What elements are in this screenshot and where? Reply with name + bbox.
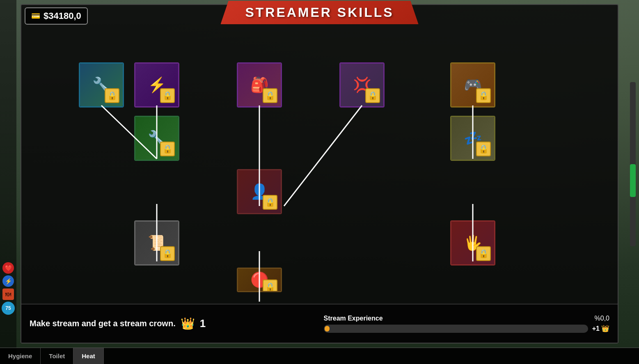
money-amount: $34180,0 — [44, 11, 81, 21]
mission-text: Make stream and get a stream crown. — [30, 319, 176, 328]
xp-bonus: +1 👑 — [592, 325, 609, 332]
xp-section: Stream Experience %0,0 +1 👑 — [324, 315, 610, 333]
skill-node-8[interactable]: 👤 🔒 — [237, 169, 282, 214]
scrollbar-thumb — [630, 164, 636, 197]
svg-line-3 — [284, 105, 362, 206]
tab-bar: Hygiene Toilet Heat — [0, 348, 639, 364]
skill-node-11[interactable]: 🔴 🔒 — [237, 268, 282, 292]
skill-node-3[interactable]: 🎒 🔒 — [237, 62, 282, 108]
bottom-bar: Make stream and get a stream crown. 👑 1 … — [21, 304, 618, 343]
skill-node-9[interactable]: 📜 🔒 — [134, 220, 179, 266]
lock-icon-3: 🔒 — [263, 88, 277, 103]
skill-node-7[interactable]: 💤 🔒 — [450, 116, 495, 161]
left-sidebar: ❤️ ⚡ 🍽 75 — [0, 0, 16, 364]
avatar: 75 — [2, 302, 15, 315]
crown-bonus-icon: 👑 — [601, 325, 609, 332]
lock-icon-10: 🔒 — [476, 246, 491, 261]
food-icon: 🍽 — [2, 288, 14, 300]
skills-tree: 🔧 🔒 ⚡ 🔒 🎒 🔒 💢 🔒 🎮 🔒 🔧 🔒 — [21, 34, 618, 302]
lock-icon-2: 🔒 — [160, 88, 175, 103]
xp-header: Stream Experience %0,0 — [324, 315, 610, 322]
health-icon: ❤️ — [2, 262, 14, 274]
scrollbar[interactable] — [630, 82, 636, 246]
skill-node-2[interactable]: ⚡ 🔒 — [134, 62, 179, 108]
xp-percent: %0,0 — [595, 315, 609, 322]
skill-node-6[interactable]: 🔧 🔒 — [134, 116, 179, 161]
title-banner: STREAMER SKILLS — [220, 1, 418, 24]
crown-icon: 👑 — [181, 317, 195, 330]
main-panel: STREAMER SKILLS 🔧 🔒 — [21, 4, 618, 343]
skill-node-10[interactable]: 🖐 🔒 — [450, 220, 495, 266]
lock-icon-4: 🔒 — [365, 88, 380, 103]
lock-icon-1: 🔒 — [105, 88, 119, 103]
money-display: 💳 $34180,0 — [25, 7, 88, 25]
mission-count: 1 — [200, 317, 206, 330]
tab-toilet[interactable]: Toilet — [41, 348, 73, 364]
skill-node-5[interactable]: 🎮 🔒 — [450, 62, 495, 108]
card-icon: 💳 — [31, 11, 40, 21]
mission-info: Make stream and get a stream crown. 👑 1 — [30, 317, 316, 330]
xp-bar-container — [324, 325, 588, 333]
lock-icon-8: 🔒 — [263, 195, 277, 210]
energy-icon: ⚡ — [2, 275, 14, 287]
lock-icon-9: 🔒 — [160, 246, 175, 261]
skill-node-1[interactable]: 🔧 🔒 — [79, 62, 124, 108]
lock-icon-5: 🔒 — [476, 88, 491, 103]
lock-icon-11: 🔒 — [263, 279, 277, 292]
page-title: STREAMER SKILLS — [245, 5, 394, 20]
lock-icon-6: 🔒 — [160, 142, 175, 156]
skill-node-4[interactable]: 💢 🔒 — [339, 62, 385, 108]
lock-icon-7: 🔒 — [476, 142, 491, 156]
tab-heat[interactable]: Heat — [73, 348, 104, 364]
xp-bar-fill — [325, 326, 330, 332]
xp-label: Stream Experience — [324, 315, 383, 322]
tab-hygiene[interactable]: Hygiene — [0, 348, 41, 364]
